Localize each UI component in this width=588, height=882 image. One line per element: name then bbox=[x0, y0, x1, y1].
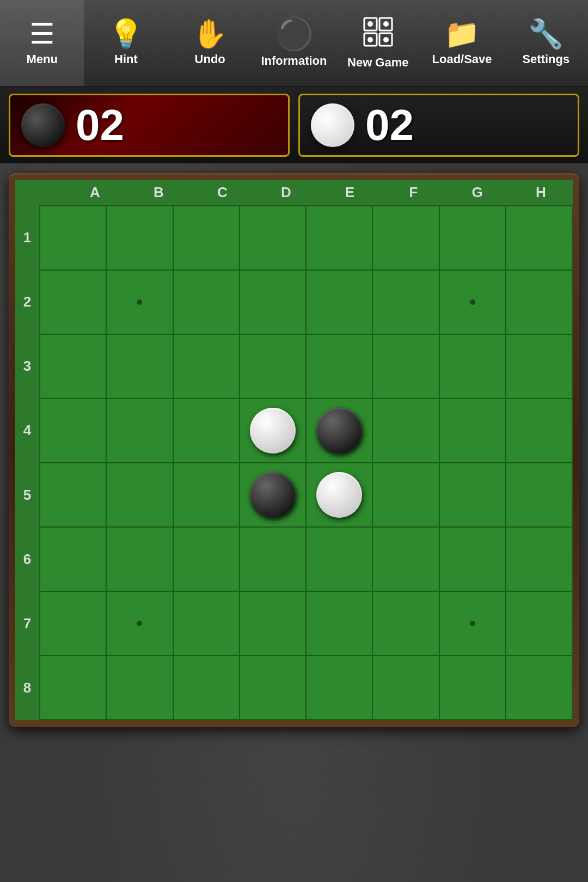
cell-4-5[interactable] bbox=[307, 399, 373, 463]
disc-white bbox=[316, 472, 362, 518]
cell-2-2[interactable] bbox=[107, 271, 173, 335]
star-point bbox=[470, 299, 475, 305]
row-6: 6 bbox=[15, 527, 39, 591]
cell-8-8[interactable] bbox=[506, 656, 573, 720]
cell-5-6[interactable] bbox=[373, 463, 439, 528]
cell-7-4[interactable] bbox=[240, 592, 307, 656]
cell-1-1[interactable] bbox=[40, 206, 107, 271]
undo-button[interactable]: ✋ Undo bbox=[168, 0, 252, 86]
cell-7-5[interactable] bbox=[307, 592, 373, 656]
grid-row bbox=[40, 463, 573, 528]
cell-5-4[interactable] bbox=[240, 463, 307, 528]
cell-4-2[interactable] bbox=[107, 399, 173, 463]
information-label: Information bbox=[261, 54, 327, 68]
cell-8-2[interactable] bbox=[107, 656, 173, 720]
col-f: F bbox=[382, 180, 445, 205]
cell-1-5[interactable] bbox=[307, 206, 373, 271]
cell-5-3[interactable] bbox=[174, 463, 240, 528]
cell-1-6[interactable] bbox=[373, 206, 439, 271]
svg-point-4 bbox=[367, 21, 373, 27]
cell-8-5[interactable] bbox=[307, 656, 373, 720]
cell-1-2[interactable] bbox=[107, 206, 173, 271]
cell-5-1[interactable] bbox=[40, 463, 107, 528]
cell-7-2[interactable] bbox=[107, 592, 173, 656]
cell-8-1[interactable] bbox=[40, 656, 107, 720]
cell-5-8[interactable] bbox=[506, 463, 573, 528]
settings-button[interactable]: 🔧 Settings bbox=[504, 0, 588, 86]
new-game-label: New Game bbox=[347, 56, 409, 70]
disc-white bbox=[250, 408, 296, 454]
cell-1-3[interactable] bbox=[174, 206, 240, 271]
cell-6-1[interactable] bbox=[40, 528, 107, 592]
cell-1-7[interactable] bbox=[440, 206, 506, 271]
cell-1-4[interactable] bbox=[240, 206, 307, 271]
new-game-icon bbox=[363, 17, 393, 51]
cell-6-4[interactable] bbox=[240, 528, 307, 592]
cell-6-5[interactable] bbox=[307, 528, 373, 592]
cell-6-3[interactable] bbox=[174, 528, 240, 592]
star-point bbox=[470, 621, 475, 626]
cell-8-3[interactable] bbox=[174, 656, 240, 720]
cell-3-3[interactable] bbox=[174, 335, 240, 399]
cell-3-2[interactable] bbox=[107, 335, 173, 399]
cell-7-7[interactable] bbox=[440, 592, 506, 656]
load-save-button[interactable]: 📁 Load/Save bbox=[420, 0, 504, 86]
cell-2-4[interactable] bbox=[240, 271, 307, 335]
row-4: 4 bbox=[15, 399, 39, 463]
column-labels: A B C D E F G H bbox=[15, 180, 573, 205]
settings-label: Settings bbox=[522, 52, 569, 66]
row-labels: 1 2 3 4 5 6 7 8 bbox=[15, 205, 39, 720]
cell-2-5[interactable] bbox=[307, 271, 373, 335]
star-point bbox=[137, 299, 142, 305]
information-icon: ⚫ bbox=[274, 18, 314, 50]
cell-2-7[interactable] bbox=[440, 271, 506, 335]
cell-4-4[interactable] bbox=[240, 399, 307, 463]
toolbar: ☰ Menu 💡 Hint ✋ Undo ⚫ Information New G… bbox=[0, 0, 588, 87]
grid-row bbox=[40, 271, 573, 335]
grid-row bbox=[40, 335, 573, 399]
cell-3-5[interactable] bbox=[307, 335, 373, 399]
cell-7-1[interactable] bbox=[40, 592, 107, 656]
hint-button[interactable]: 💡 Hint bbox=[84, 0, 168, 86]
cell-6-2[interactable] bbox=[107, 528, 173, 592]
menu-button[interactable]: ☰ Menu bbox=[0, 0, 84, 86]
cell-4-7[interactable] bbox=[440, 399, 506, 463]
score-section: 02 02 bbox=[0, 87, 588, 163]
cell-5-5[interactable] bbox=[307, 463, 373, 528]
cell-4-6[interactable] bbox=[373, 399, 439, 463]
cell-3-4[interactable] bbox=[240, 335, 307, 399]
cell-2-6[interactable] bbox=[373, 271, 439, 335]
cell-7-6[interactable] bbox=[373, 592, 439, 656]
cell-7-3[interactable] bbox=[174, 592, 240, 656]
cell-1-8[interactable] bbox=[506, 206, 573, 271]
cell-4-1[interactable] bbox=[40, 399, 107, 463]
undo-label: Undo bbox=[195, 52, 225, 66]
grid-row bbox=[40, 206, 573, 271]
cell-3-8[interactable] bbox=[506, 335, 573, 399]
cell-6-6[interactable] bbox=[373, 528, 439, 592]
cell-4-3[interactable] bbox=[174, 399, 240, 463]
disc-black bbox=[250, 472, 296, 518]
cell-3-1[interactable] bbox=[40, 335, 107, 399]
grid-row bbox=[40, 528, 573, 592]
board-container: A B C D E F G H 1 2 3 4 5 6 7 8 bbox=[9, 173, 579, 727]
row-1: 1 bbox=[15, 205, 39, 270]
cell-5-7[interactable] bbox=[440, 463, 506, 528]
cell-6-7[interactable] bbox=[440, 528, 506, 592]
cell-7-8[interactable] bbox=[506, 592, 573, 656]
cell-2-8[interactable] bbox=[506, 271, 573, 335]
cell-6-8[interactable] bbox=[506, 528, 573, 592]
col-d: D bbox=[254, 180, 318, 205]
cell-2-1[interactable] bbox=[40, 271, 107, 335]
cell-3-6[interactable] bbox=[373, 335, 439, 399]
information-button[interactable]: ⚫ Information bbox=[252, 0, 336, 86]
new-game-button[interactable]: New Game bbox=[336, 0, 420, 86]
cell-3-7[interactable] bbox=[440, 335, 506, 399]
cell-8-6[interactable] bbox=[373, 656, 439, 720]
load-save-label: Load/Save bbox=[432, 52, 492, 66]
cell-2-3[interactable] bbox=[174, 271, 240, 335]
cell-8-4[interactable] bbox=[240, 656, 307, 720]
cell-4-8[interactable] bbox=[506, 399, 573, 463]
cell-8-7[interactable] bbox=[440, 656, 506, 720]
cell-5-2[interactable] bbox=[107, 463, 173, 528]
